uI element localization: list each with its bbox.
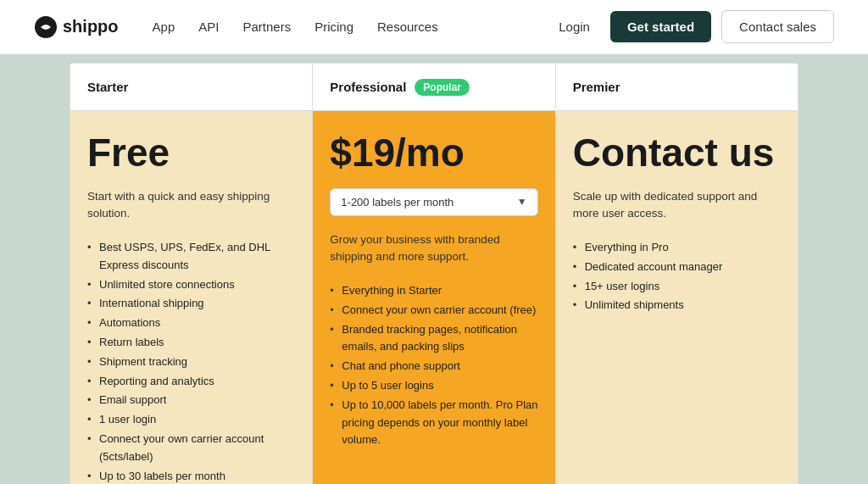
logo-icon [34, 15, 58, 39]
list-item: Best USPS, UPS, FedEx, and DHL Express d… [87, 239, 295, 275]
logo[interactable]: shippo [34, 15, 119, 39]
list-item: 15+ user logins [573, 278, 781, 296]
professional-column: Professional Popular $19/mo 1-200 labels… [313, 64, 555, 484]
professional-description: Grow your business with branded shipping… [330, 231, 537, 266]
login-button[interactable]: Login [548, 13, 600, 41]
list-item: Connect your own carrier account (5cts/l… [87, 431, 295, 466]
list-item: Reporting and analytics [87, 373, 295, 391]
list-item: Automations [87, 314, 295, 332]
list-item: Up to 30 labels per month [87, 468, 295, 484]
professional-price: $19/mo [330, 131, 537, 175]
labels-dropdown[interactable]: 1-200 labels per month ▼ [330, 188, 537, 216]
nav-actions: Login Get started Contact sales [548, 10, 834, 43]
list-item: Email support [87, 392, 295, 409]
list-item: Up to 5 user logins [330, 377, 537, 395]
dropdown-label-text: 1-200 labels per month [341, 196, 453, 209]
list-item: Unlimited store connections [87, 276, 295, 294]
premier-description: Scale up with dedicated support and more… [573, 188, 781, 223]
navbar: shippo App API Partners Pricing Resource… [0, 0, 868, 54]
professional-header: Professional Popular [313, 64, 554, 111]
list-item: Chat and phone support [330, 358, 537, 376]
starter-description: Start with a quick and easy shipping sol… [87, 188, 295, 223]
get-started-button[interactable]: Get started [610, 11, 711, 42]
premier-column: Premier Contact us Scale up with dedicat… [556, 64, 798, 484]
nav-partners[interactable]: Partners [242, 19, 291, 34]
list-item: Branded tracking pages, notification ema… [330, 321, 537, 357]
pricing-grid: Starter Free Start with a quick and easy… [70, 63, 798, 484]
list-item: International shipping [87, 295, 295, 313]
starter-price: Free [87, 131, 295, 175]
list-item: Connect your own carrier account (free) [330, 302, 537, 320]
nav-pricing[interactable]: Pricing [314, 19, 353, 34]
popular-badge: Popular [415, 79, 470, 96]
nav-links: App API Partners Pricing Resources [153, 19, 549, 34]
premier-price: Contact us [573, 131, 781, 175]
premier-features: Everything in Pro Dedicated account mana… [573, 239, 781, 314]
list-item: Shipment tracking [87, 353, 295, 371]
premier-body: Contact us Scale up with dedicated suppo… [556, 111, 798, 484]
list-item: Everything in Pro [573, 239, 781, 257]
nav-api[interactable]: API [198, 19, 219, 34]
professional-features: Everything in Starter Connect your own c… [330, 282, 537, 449]
starter-body: Free Start with a quick and easy shippin… [70, 111, 312, 484]
nav-app[interactable]: App [153, 19, 175, 34]
list-item: Everything in Starter [330, 282, 537, 300]
list-item: Return labels [87, 334, 295, 352]
starter-features: Best USPS, UPS, FedEx, and DHL Express d… [87, 239, 295, 484]
nav-resources[interactable]: Resources [377, 19, 438, 34]
list-item: Unlimited shipments [573, 297, 781, 314]
logo-text: shippo [63, 17, 119, 36]
main-content: Starter Free Start with a quick and easy… [0, 54, 868, 484]
list-item: Up to 10,000 labels per month. Pro Plan … [330, 397, 537, 449]
premier-title: Premier [573, 80, 620, 94]
starter-column: Starter Free Start with a quick and easy… [70, 64, 313, 484]
starter-title: Starter [87, 80, 128, 94]
starter-header: Starter [70, 64, 312, 111]
list-item: 1 user login [87, 411, 295, 429]
premier-header: Premier [556, 64, 798, 111]
contact-sales-button[interactable]: Contact sales [721, 10, 834, 43]
professional-body: $19/mo 1-200 labels per month ▼ Grow you… [313, 111, 554, 484]
chevron-down-icon: ▼ [517, 196, 527, 208]
professional-title: Professional [330, 80, 406, 94]
list-item: Dedicated account manager [573, 259, 781, 276]
